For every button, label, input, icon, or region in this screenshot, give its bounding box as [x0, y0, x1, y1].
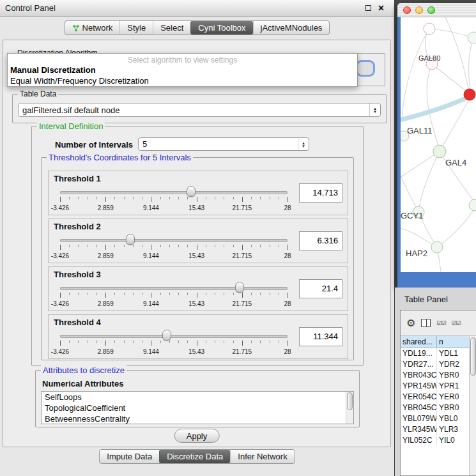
slider-track[interactable] — [60, 287, 288, 290]
column-header-shared-name[interactable]: shared... — [401, 336, 437, 348]
tab-cyni-toolbox[interactable]: Cyni Toolbox — [190, 21, 252, 35]
minimize-traffic-light[interactable] — [415, 6, 423, 14]
threshold-3-label: Threshold 3 — [54, 270, 101, 279]
table-row[interactable]: YDL19...YDL1 — [401, 348, 469, 359]
interval-definition-group: Interval Definition Number of Intervals … — [31, 126, 364, 366]
slider-track[interactable] — [60, 239, 288, 242]
column-header-name[interactable]: n — [437, 336, 469, 348]
table-toolbar: ⚙ ☑☑ ☑☑ — [401, 311, 476, 336]
network-canvas[interactable]: GAL80 GAL11 GAL4 GCY1 HAP2 — [401, 17, 476, 272]
slider-track[interactable] — [60, 335, 288, 338]
attributes-group-title: Attributes to discretize — [41, 365, 127, 375]
algorithm-combo-focus-fragment[interactable] — [356, 60, 375, 77]
columns-icon[interactable] — [421, 319, 431, 327]
slider-thumb[interactable] — [162, 330, 171, 341]
table-data-group-title: Table Data — [18, 89, 58, 98]
slider-scale-labels: -3.4262.8599.14415.4321.71528 — [60, 300, 288, 308]
slider-major-ticks — [60, 341, 289, 346]
apply-button[interactable]: Apply — [174, 429, 220, 443]
slider-thumb[interactable] — [187, 186, 196, 197]
slider-track[interactable] — [60, 191, 288, 194]
table-row[interactable]: YBL079WYBL0 — [401, 413, 469, 424]
top-tab-bar: Network Style Select Cyni Toolbox jActiv… — [0, 20, 394, 35]
node-label-gal4: GAL4 — [445, 158, 466, 167]
numerical-attributes-label: Numerical Attributes — [42, 379, 123, 388]
threshold-1-value-field[interactable]: 14.713 — [299, 183, 342, 203]
selected-red-node — [464, 89, 475, 100]
numerical-attributes-list[interactable]: SelfLoops TopologicalCoefficient Between… — [41, 391, 354, 424]
tab-network[interactable]: Network — [65, 21, 120, 35]
threshold-3-slider[interactable]: -3.4262.8599.14415.4321.71528 — [60, 281, 288, 309]
network-icon — [72, 24, 80, 32]
threshold-2-panel: Threshold 2 -3.4262.8599.14415.4321.7152… — [48, 219, 348, 263]
table-row[interactable]: YIL052CYIL0 — [401, 435, 469, 446]
table-row[interactable]: YBR045CYBR0 — [401, 403, 469, 413]
node-label-hap2: HAP2 — [406, 249, 427, 258]
window-title: Control Panel — [0, 3, 365, 13]
table-vertical-scrollbar[interactable] — [469, 336, 476, 475]
close-traffic-light[interactable] — [403, 6, 411, 14]
slider-thumb[interactable] — [235, 282, 244, 293]
tab-impute-data[interactable]: Impute Data — [100, 450, 159, 463]
dropdown-option-equal-width-frequency[interactable]: Equal Width/Frequency Discretization — [8, 75, 357, 86]
node-table-frame: ⚙ ☑☑ ☑☑ shared... n YDL19...YDL1 YDR27..… — [400, 310, 476, 476]
threshold-4-label: Threshold 4 — [54, 318, 101, 327]
table-row[interactable]: YDR27...YDR2 — [401, 359, 469, 370]
dropdown-prompt: Select algorithm to view settings — [8, 54, 357, 65]
table-data-selected-value: galFiltered.sif default node — [19, 105, 369, 115]
slider-thumb[interactable] — [126, 234, 135, 245]
table-data-group: Table Data galFiltered.sif default node … — [12, 94, 387, 123]
tab-infer-network[interactable]: Infer Network — [230, 450, 294, 463]
threshold-2-value-field[interactable]: 6.316 — [299, 231, 342, 250]
number-of-intervals-select[interactable]: 5 ▴ ▾ — [138, 137, 309, 151]
tab-select[interactable]: Select — [153, 21, 190, 35]
gear-icon[interactable]: ⚙ — [406, 318, 415, 328]
tab-jactivemnodules[interactable]: jActiveMNodules — [253, 21, 330, 35]
tab-network-label: Network — [82, 23, 113, 33]
list-vertical-scrollbar[interactable] — [346, 392, 353, 424]
control-panel-titlebar: Control Panel × — [0, 0, 394, 17]
table-row[interactable]: YPR145WYPR1 — [401, 381, 469, 392]
table-data-select[interactable]: galFiltered.sif default node ▴ ▾ — [18, 103, 381, 117]
table-row[interactable]: YER054CYER0 — [401, 392, 469, 403]
slider-major-ticks — [60, 293, 289, 298]
thresholds-group: Threshold's Coordinates for 5 Intervals … — [41, 157, 354, 360]
scrollbar-thumb[interactable] — [470, 337, 476, 376]
threshold-1-panel: Threshold 1 -3.4262.8599.14415.4321.7152… — [48, 171, 348, 215]
list-item-topologicalcoefficient[interactable]: TopologicalCoefficient — [42, 403, 353, 413]
threshold-2-label: Threshold 2 — [54, 222, 101, 231]
threshold-1-slider[interactable]: -3.4262.8599.14415.4321.71528 — [60, 185, 288, 213]
table-row[interactable]: YLR345WYLR3 — [401, 424, 469, 435]
zoom-traffic-light[interactable] — [427, 6, 435, 14]
threshold-4-panel: Threshold 4 -3.4262.8599.14415.4321.7152… — [48, 314, 348, 359]
threshold-3-panel: Threshold 3 -3.4262.8599.14415.4321.7152… — [48, 266, 348, 311]
node-label-gal11: GAL11 — [407, 126, 433, 135]
thresholds-group-title: Threshold's Coordinates for 5 Intervals — [47, 153, 193, 162]
threshold-1-label: Threshold 1 — [54, 174, 101, 183]
threshold-3-value-field[interactable]: 21.4 — [299, 279, 342, 298]
table-panel-title: Table Panel — [404, 295, 448, 304]
threshold-2-slider[interactable]: -3.4262.8599.14415.4321.71528 — [60, 233, 288, 261]
table-header-row: shared... n — [401, 336, 469, 348]
float-window-button[interactable] — [365, 5, 371, 11]
slider-major-ticks — [60, 245, 289, 250]
combo-stepper-icon: ▴ ▾ — [369, 104, 380, 116]
threshold-4-slider[interactable]: -3.4262.8599.14415.4321.71528 — [60, 329, 288, 357]
table-row[interactable]: YBR043CYBR0 — [401, 370, 469, 381]
control-panel-window: Control Panel × Network Style Select Cyn… — [0, 0, 395, 476]
table-body: YDL19...YDL1 YDR27...YDR2 YBR043CYBR0 YP… — [401, 348, 469, 475]
attributes-group: Attributes to discretize Numerical Attri… — [35, 370, 360, 427]
close-window-button[interactable]: × — [378, 3, 384, 13]
algorithm-dropdown-popup: Select algorithm to view settings Manual… — [7, 53, 358, 87]
threshold-4-value-field[interactable]: 11.344 — [299, 327, 342, 346]
list-item-selfloops[interactable]: SelfLoops — [42, 392, 353, 403]
list-item-betweennesscentrality[interactable]: BetweennessCentrality — [42, 413, 353, 424]
dropdown-option-manual-discretization[interactable]: Manual Discretization — [8, 65, 357, 75]
tab-style[interactable]: Style — [119, 21, 153, 35]
scrollbar-thumb[interactable] — [347, 392, 353, 410]
select-all-checkboxes-icon[interactable]: ☑☑ — [436, 320, 445, 326]
network-view-window: GAL80 GAL11 GAL4 GCY1 HAP2 — [397, 3, 476, 288]
number-of-intervals-value: 5 — [139, 139, 298, 149]
tab-discretize-data[interactable]: Discretize Data — [159, 450, 230, 463]
select-none-checkboxes-icon[interactable]: ☑☑ — [451, 320, 460, 326]
